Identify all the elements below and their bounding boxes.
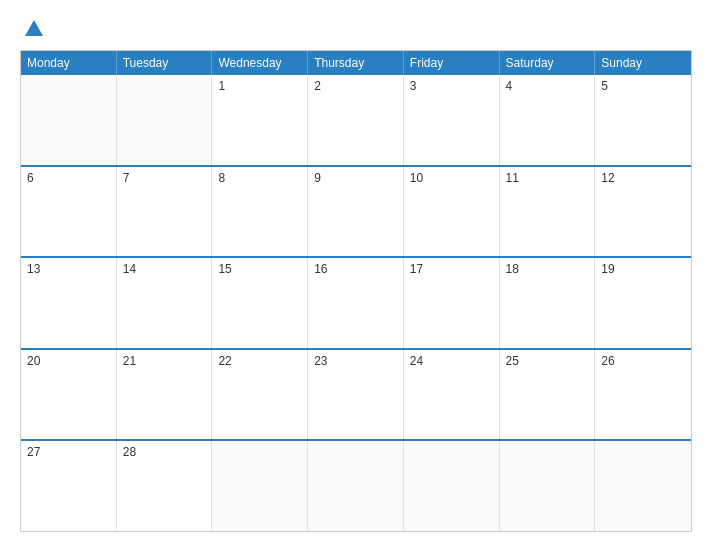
day-number: 2	[314, 79, 321, 93]
calendar-day-10: 10	[404, 167, 500, 257]
calendar-day-27: 27	[21, 441, 117, 531]
calendar-day-12: 12	[595, 167, 691, 257]
day-number: 4	[506, 79, 513, 93]
day-number: 13	[27, 262, 40, 276]
calendar-day-empty	[404, 441, 500, 531]
calendar-day-22: 22	[212, 350, 308, 440]
day-number: 26	[601, 354, 614, 368]
logo-icon	[23, 18, 45, 40]
calendar-day-9: 9	[308, 167, 404, 257]
calendar-day-empty	[117, 75, 213, 165]
day-of-week-wednesday: Wednesday	[212, 51, 308, 75]
calendar-day-18: 18	[500, 258, 596, 348]
calendar-day-6: 6	[21, 167, 117, 257]
calendar-day-28: 28	[117, 441, 213, 531]
calendar-week-3: 13141516171819	[21, 256, 691, 348]
calendar-day-21: 21	[117, 350, 213, 440]
day-number: 10	[410, 171, 423, 185]
calendar-week-1: 12345	[21, 75, 691, 165]
day-number: 1	[218, 79, 225, 93]
calendar-day-5: 5	[595, 75, 691, 165]
calendar-day-empty	[212, 441, 308, 531]
day-of-week-saturday: Saturday	[500, 51, 596, 75]
day-number: 22	[218, 354, 231, 368]
calendar-day-1: 1	[212, 75, 308, 165]
calendar-day-4: 4	[500, 75, 596, 165]
calendar-day-7: 7	[117, 167, 213, 257]
calendar-day-19: 19	[595, 258, 691, 348]
calendar-day-empty	[308, 441, 404, 531]
day-number: 3	[410, 79, 417, 93]
day-number: 28	[123, 445, 136, 459]
day-number: 21	[123, 354, 136, 368]
calendar-day-15: 15	[212, 258, 308, 348]
day-of-week-monday: Monday	[21, 51, 117, 75]
calendar-day-2: 2	[308, 75, 404, 165]
day-number: 5	[601, 79, 608, 93]
calendar-day-26: 26	[595, 350, 691, 440]
day-number: 11	[506, 171, 519, 185]
day-of-week-sunday: Sunday	[595, 51, 691, 75]
calendar-header: MondayTuesdayWednesdayThursdayFridaySatu…	[21, 51, 691, 75]
day-number: 14	[123, 262, 136, 276]
calendar-day-25: 25	[500, 350, 596, 440]
calendar-day-14: 14	[117, 258, 213, 348]
day-number: 9	[314, 171, 321, 185]
day-number: 23	[314, 354, 327, 368]
day-number: 20	[27, 354, 40, 368]
calendar-week-5: 2728	[21, 439, 691, 531]
day-number: 27	[27, 445, 40, 459]
calendar-day-20: 20	[21, 350, 117, 440]
calendar-day-8: 8	[212, 167, 308, 257]
calendar-day-11: 11	[500, 167, 596, 257]
day-number: 12	[601, 171, 614, 185]
day-number: 7	[123, 171, 130, 185]
calendar-day-17: 17	[404, 258, 500, 348]
day-of-week-thursday: Thursday	[308, 51, 404, 75]
day-number: 18	[506, 262, 519, 276]
calendar-week-4: 20212223242526	[21, 348, 691, 440]
calendar-body: 1234567891011121314151617181920212223242…	[21, 75, 691, 531]
day-number: 15	[218, 262, 231, 276]
day-of-week-tuesday: Tuesday	[117, 51, 213, 75]
day-number: 6	[27, 171, 34, 185]
calendar: MondayTuesdayWednesdayThursdayFridaySatu…	[20, 50, 692, 532]
header	[20, 18, 692, 40]
day-number: 8	[218, 171, 225, 185]
day-number: 16	[314, 262, 327, 276]
day-number: 24	[410, 354, 423, 368]
calendar-day-16: 16	[308, 258, 404, 348]
calendar-day-24: 24	[404, 350, 500, 440]
calendar-day-empty	[595, 441, 691, 531]
calendar-week-2: 6789101112	[21, 165, 691, 257]
day-of-week-friday: Friday	[404, 51, 500, 75]
svg-marker-0	[25, 20, 43, 36]
calendar-day-3: 3	[404, 75, 500, 165]
calendar-day-23: 23	[308, 350, 404, 440]
day-number: 25	[506, 354, 519, 368]
calendar-day-empty	[21, 75, 117, 165]
day-number: 17	[410, 262, 423, 276]
page: MondayTuesdayWednesdayThursdayFridaySatu…	[0, 0, 712, 550]
logo	[20, 18, 51, 40]
day-number: 19	[601, 262, 614, 276]
calendar-day-empty	[500, 441, 596, 531]
calendar-day-13: 13	[21, 258, 117, 348]
